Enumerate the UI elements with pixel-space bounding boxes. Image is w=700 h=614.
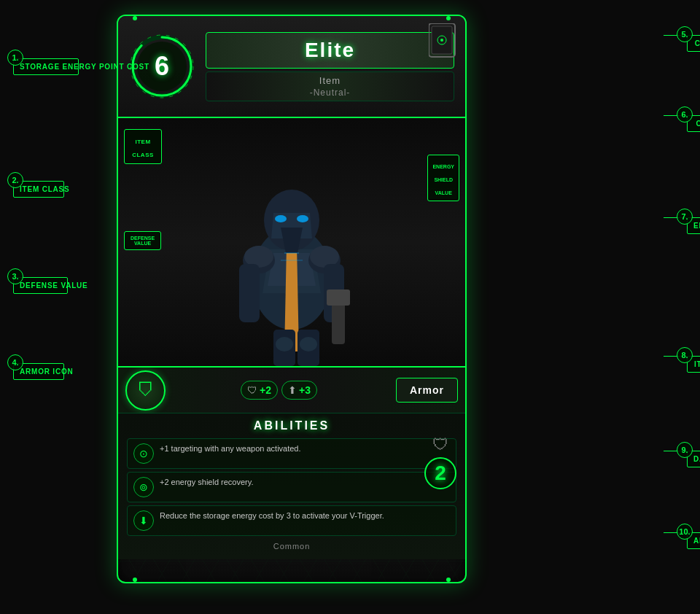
ability-text-3: Reduce the storage energy cost by 3 to a… xyxy=(160,510,450,521)
annotation-card-name-text: CARD NAME xyxy=(695,39,700,47)
card-name-text: Elite xyxy=(305,39,355,61)
ability-icon-2: ⊚ xyxy=(133,477,154,497)
ability-icon-1: ⊙ xyxy=(133,443,154,464)
annotation-damage-text: DAMAGE RESISTANCE xyxy=(693,455,700,463)
num-badge-5: 5. xyxy=(677,26,693,42)
ability-text-1: +1 targeting with any weapon activated. xyxy=(160,443,450,454)
item-class-label: ITEMCLASS xyxy=(132,139,154,158)
card-name-bar: Elite xyxy=(206,32,454,69)
combat-stats: 🛡 +2 ⬆ +3 xyxy=(169,381,389,400)
card-header: 6 Elite Item -Neutral- xyxy=(118,16,465,118)
abilities-section: ABILITIES ⊙ +1 targeting with any weapon… xyxy=(118,413,465,559)
svg-rect-24 xyxy=(327,289,350,306)
annotation-item-class-text: ITEM CLASS xyxy=(20,185,70,193)
svg-point-15 xyxy=(275,215,287,222)
abilities-content: ⊙ +1 targeting with any weapon activated… xyxy=(127,438,456,539)
svg-point-28 xyxy=(300,337,317,351)
num-badge-10: 10. xyxy=(677,524,693,540)
stats-bar: ⛉ 🛡 +2 ⬆ +3 Armor xyxy=(118,366,465,413)
card-name-area: Elite Item -Neutral- xyxy=(206,32,454,101)
armor-icon-circle: ⛉ xyxy=(125,370,166,411)
annotation-defense-text: DEFENSE VALUE xyxy=(20,281,88,289)
svg-point-16 xyxy=(297,215,308,222)
ability-item-3: ⬇ Reduce the storage energy cost by 3 to… xyxy=(127,505,456,536)
stat-item-defense: 🛡 +2 xyxy=(241,381,278,400)
armor-icon: ⛉ xyxy=(137,380,155,400)
corner-dot-bl xyxy=(133,578,137,582)
damage-resistance-number: 2 xyxy=(424,457,456,489)
num-badge-3: 3. xyxy=(7,268,23,284)
ability-text-2: +2 energy shield recovery. xyxy=(160,477,450,488)
ability-item-2: ⊚ +2 energy shield recovery. xyxy=(127,472,456,502)
item-class-badge: ITEMCLASS xyxy=(124,129,162,164)
annotation-ability-info-text: ABILITY INFORMATION xyxy=(693,537,700,545)
corner-dot-tl xyxy=(133,16,137,20)
annotation-armor-text: ARMOR ICON xyxy=(20,368,74,376)
num-badge-6: 6. xyxy=(677,106,693,123)
card-image-area: ITEMCLASS DEFENSEVALUE ENERGYSHIELDVALUE xyxy=(118,118,465,366)
num-badge-2: 2. xyxy=(7,172,23,188)
up-stat-icon: ⬆ xyxy=(288,384,297,396)
num-badge-1: 1. xyxy=(7,50,23,66)
rarity-label: Common xyxy=(127,539,456,553)
corner-dot-br xyxy=(446,578,451,582)
svg-point-27 xyxy=(276,337,293,351)
energy-shield-label: ENERGYSHIELDVALUE xyxy=(432,164,454,195)
damage-resistance-area: 🛡 2 xyxy=(424,435,456,489)
energy-shield-badge: ENERGYSHIELDVALUE xyxy=(427,155,459,201)
num-badge-4: 4. xyxy=(7,354,23,370)
abilities-list: ⊙ +1 targeting with any weapon activated… xyxy=(127,438,456,539)
ability-item-1: ⊙ +1 targeting with any weapon activated… xyxy=(127,438,456,469)
card-type-text: Item xyxy=(217,75,443,86)
item-type-label: Armor xyxy=(396,378,458,403)
num-badge-8: 8. xyxy=(677,347,693,363)
stat-item-attack: ⬆ +3 xyxy=(281,381,317,400)
stat-attack-value: +3 xyxy=(299,384,311,396)
ability-icon-3: ⬇ xyxy=(133,510,154,531)
card-subtitle-bar: Item -Neutral- xyxy=(206,71,454,101)
annotation-storage-energy-text: STORAGE ENERGY POINT COST xyxy=(20,63,149,71)
corner-bracket xyxy=(429,23,458,60)
shield-stat-icon: 🛡 xyxy=(247,384,257,396)
damage-shield-icon: 🛡 xyxy=(432,435,448,454)
defense-value-badge: DEFENSEVALUE xyxy=(124,231,161,250)
annotation-item-type-text: ITEM TYPE xyxy=(694,360,700,368)
num-badge-9: 9. xyxy=(677,442,693,458)
defense-label: DEFENSEVALUE xyxy=(131,236,155,246)
card-alignment-text: -Neutral- xyxy=(217,88,443,98)
svg-rect-21 xyxy=(239,264,260,322)
abilities-title: ABILITIES xyxy=(127,419,456,432)
annotation-energy-shield-text: ENERGY SHIELD VALUE xyxy=(693,222,700,230)
corner-dot-tr xyxy=(446,16,451,20)
annotation-storage-energy: STORAGE ENERGY POINT COST xyxy=(13,58,79,75)
game-card: 6 Elite Item -Neutral- xyxy=(117,15,467,583)
card-wrapper: 6 Elite Item -Neutral- xyxy=(117,15,467,598)
annotation-card-type-text: CARD TYPE xyxy=(696,120,701,128)
num-badge-7: 7. xyxy=(677,209,693,225)
svg-point-7 xyxy=(440,39,443,42)
stat-defense-value: +2 xyxy=(260,384,271,396)
